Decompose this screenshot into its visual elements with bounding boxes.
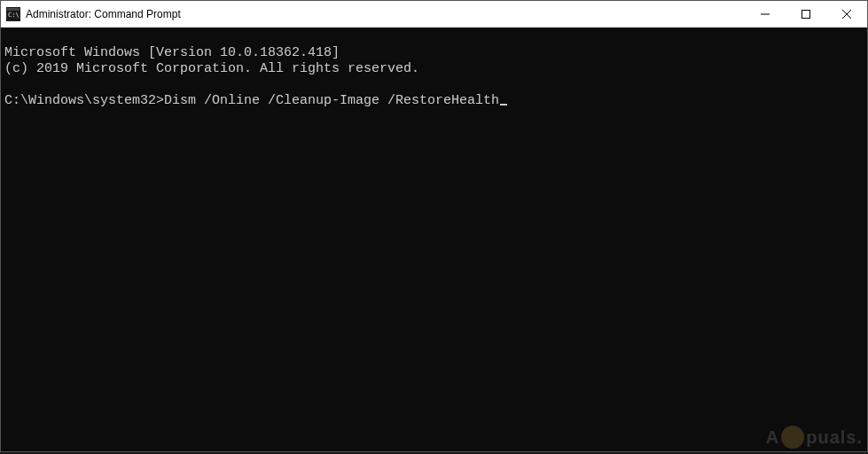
svg-rect-1 <box>7 8 20 11</box>
svg-text:C:\: C:\ <box>8 12 20 19</box>
command-text: Dism /Online /Cleanup-Image /RestoreHeal… <box>164 93 499 108</box>
prompt: C:\Windows\system32> <box>4 93 164 108</box>
window-controls <box>745 1 867 27</box>
maximize-button[interactable] <box>786 1 826 27</box>
copyright-line: (c) 2019 Microsoft Corporation. All righ… <box>4 61 419 76</box>
cmd-icon: C:\ <box>6 7 20 21</box>
titlebar[interactable]: C:\ Administrator: Command Prompt <box>1 1 867 27</box>
text-cursor <box>500 104 507 106</box>
minimize-button[interactable] <box>745 1 786 27</box>
command-prompt-window: C:\ Administrator: Command Prompt Micros… <box>0 0 868 452</box>
terminal-area[interactable]: Microsoft Windows [Version 10.0.18362.41… <box>1 27 867 451</box>
window-title: Administrator: Command Prompt <box>26 8 181 20</box>
svg-rect-4 <box>802 11 810 19</box>
close-button[interactable] <box>826 1 867 27</box>
version-line: Microsoft Windows [Version 10.0.18362.41… <box>4 45 340 60</box>
